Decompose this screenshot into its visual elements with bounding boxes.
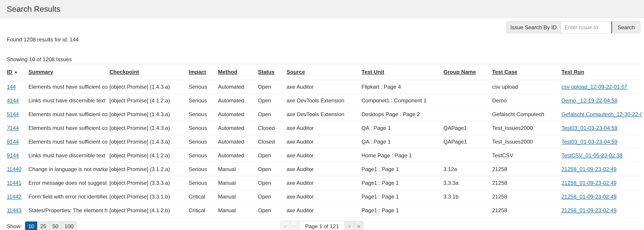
checkpoint-cell: [object Promise] (4.1.2.b) bbox=[108, 204, 187, 217]
issue-id-link[interactable]: 144 bbox=[7, 84, 16, 90]
last-page-button[interactable]: » bbox=[354, 221, 364, 230]
issue-id-link[interactable]: 11442 bbox=[7, 194, 22, 200]
test-unit-cell: Home Page : Page 1 bbox=[360, 149, 442, 162]
summary-cell: Elements must have sufficient color ... bbox=[27, 135, 108, 149]
status-cell: Open bbox=[256, 176, 285, 190]
test-case-cell: Test_Issues2000 bbox=[490, 135, 560, 149]
test-unit-cell: Flipkart : Page 4 bbox=[360, 80, 442, 94]
test-case-cell: Demo bbox=[490, 94, 560, 108]
status-cell: Closed bbox=[256, 135, 285, 149]
test-run-link[interactable]: Test03_01-03-23-04:59 bbox=[562, 125, 617, 131]
page-size-25-button[interactable]: 25 bbox=[37, 222, 50, 230]
issue-id-link[interactable]: 9144 bbox=[7, 152, 19, 158]
impact-cell: Serious bbox=[187, 135, 216, 149]
test-run-cell: 21258_01-09-23-02:49 bbox=[560, 162, 642, 176]
source-cell: axe DevTools Extension bbox=[285, 94, 360, 108]
issue-id-cell: 144 bbox=[2, 80, 27, 94]
test-run-link[interactable]: Gefalscht Computech_12-30-22-02:03 bbox=[562, 111, 642, 117]
test-run-link[interactable]: 21258_01-09-23-02:49 bbox=[562, 180, 616, 186]
test-run-cell: csv upload_12-09-22-01:07 bbox=[560, 80, 642, 94]
impact-cell: Serious bbox=[187, 176, 216, 190]
pagination: « ‹ Page 1 of 121 › » bbox=[280, 221, 363, 230]
issue-id-link[interactable]: 7144 bbox=[7, 125, 19, 131]
column-header-test-unit[interactable]: Test Unit bbox=[360, 64, 442, 80]
page-size-50-button[interactable]: 50 bbox=[49, 222, 62, 230]
test-run-link[interactable]: Test03_01-03-23-04:59 bbox=[562, 139, 617, 145]
test-run-link[interactable]: csv upload_12-09-22-01:07 bbox=[562, 84, 627, 90]
issue-search-label: Issue Search By ID bbox=[506, 21, 561, 33]
column-header-method[interactable]: Method bbox=[216, 64, 256, 80]
source-cell: axe Auditor bbox=[285, 162, 360, 176]
summary-cell: Links must have discernible text bbox=[27, 149, 108, 162]
issue-id-cell: 11441 bbox=[2, 176, 27, 190]
test-run-cell: Test03_01-03-23-04:59 bbox=[560, 121, 642, 135]
table-row: 11443 States/Properties: The element has… bbox=[2, 204, 642, 217]
column-header-status[interactable]: Status bbox=[256, 64, 285, 80]
issue-id-link[interactable]: 11443 bbox=[7, 207, 22, 213]
table-row: 144 Elements must have sufficient color … bbox=[2, 80, 642, 94]
method-cell: Automated bbox=[216, 94, 256, 108]
search-toolbar: Issue Search By ID Search bbox=[0, 18, 644, 33]
results-found-text: Found 1208 results for id: 144 bbox=[7, 36, 637, 43]
table-row: 11441 Error message does not suggest fix… bbox=[2, 176, 642, 190]
method-cell: Automated bbox=[216, 149, 256, 162]
test-run-link[interactable]: Demo _12-19-22-04:58 bbox=[562, 98, 617, 104]
test-run-link[interactable]: 21258_01-09-23-02:49 bbox=[562, 207, 616, 213]
column-header-summary[interactable]: Summary bbox=[27, 64, 108, 80]
first-page-button[interactable]: « bbox=[280, 221, 290, 230]
test-case-cell: csv upload bbox=[490, 80, 560, 94]
group-name-cell bbox=[442, 94, 490, 108]
issue-id-cell: 11440 bbox=[2, 162, 27, 176]
summary-cell: Elements must have sufficient color ... bbox=[27, 108, 108, 121]
group-name-cell: 3.12a bbox=[442, 162, 490, 176]
issue-id-link[interactable]: 8144 bbox=[7, 139, 19, 145]
issue-id-link[interactable]: 11441 bbox=[7, 180, 22, 186]
column-header-test-run[interactable]: Test Run bbox=[560, 64, 642, 80]
method-cell: Manual bbox=[216, 190, 256, 204]
group-name-cell bbox=[442, 149, 490, 162]
summary-cell: Elements must have sufficient color ... bbox=[27, 121, 108, 135]
source-cell: axe Auditor bbox=[285, 121, 360, 135]
column-header-group-name[interactable]: Group Name bbox=[442, 64, 490, 80]
table-row: 11442 Form field with error not identifi… bbox=[2, 190, 642, 204]
issue-id-link[interactable]: 11440 bbox=[7, 166, 22, 172]
group-name-cell: 3.3.1b bbox=[442, 190, 490, 204]
test-run-link[interactable]: 21258_01-09-23-02:49 bbox=[562, 166, 616, 172]
next-page-button[interactable]: › bbox=[345, 221, 354, 230]
test-unit-cell: Page1 : Page 1 bbox=[360, 176, 442, 190]
checkpoint-cell: [object Promise] (1.4.3.a) bbox=[108, 108, 187, 121]
summary-cell: Error message does not suggest fix bbox=[27, 176, 108, 190]
test-run-cell: Gefalscht Computech_12-30-22-02:03 bbox=[560, 108, 642, 121]
test-run-link[interactable]: TestCSV_01-05-23-02:38 bbox=[562, 152, 622, 158]
source-cell: axe Auditor bbox=[285, 204, 360, 217]
status-cell: Open bbox=[256, 162, 285, 176]
group-name-cell bbox=[442, 204, 490, 217]
impact-cell: Serious bbox=[187, 162, 216, 176]
column-header-checkpoint[interactable]: Checkpoint bbox=[108, 64, 187, 80]
page-size-10-button[interactable]: 10 bbox=[25, 222, 38, 230]
column-header-impact[interactable]: Impact bbox=[187, 64, 216, 80]
search-button[interactable]: Search bbox=[611, 21, 640, 33]
issue-id-link[interactable]: 5144 bbox=[7, 111, 19, 117]
table-row: 8144 Elements must have sufficient color… bbox=[2, 135, 642, 149]
method-cell: Automated bbox=[216, 108, 256, 121]
group-name-cell: 3.3.3a bbox=[442, 176, 490, 190]
table-row: 5144 Elements must have sufficient color… bbox=[2, 108, 642, 121]
issue-id-link[interactable]: 4144 bbox=[7, 98, 19, 104]
test-unit-cell: Page1 : Page 1 bbox=[360, 204, 442, 217]
impact-cell: Serious bbox=[187, 94, 216, 108]
issue-id-input[interactable] bbox=[561, 21, 611, 33]
test-case-cell: Test_Issues2000 bbox=[490, 121, 560, 135]
column-header-source[interactable]: Source bbox=[285, 64, 360, 80]
checkpoint-cell: [object Promise] (1.4.3.a) bbox=[108, 121, 187, 135]
previous-page-button[interactable]: ‹ bbox=[290, 221, 299, 230]
impact-cell: Serious bbox=[187, 108, 216, 121]
test-case-cell: 21258 bbox=[490, 176, 560, 190]
page-header-band: Search Results bbox=[0, 0, 644, 18]
test-run-link[interactable]: 21258_01-09-23-02:49 bbox=[562, 194, 616, 200]
test-run-cell: TestCSV_01-05-23-02:38 bbox=[560, 149, 642, 162]
column-header-test-case[interactable]: Test Case bbox=[490, 64, 560, 80]
column-header-id[interactable]: ID▲ bbox=[2, 64, 27, 80]
page-size-100-button[interactable]: 100 bbox=[62, 222, 77, 230]
summary-cell: Form field with error not identified bbox=[27, 190, 108, 204]
